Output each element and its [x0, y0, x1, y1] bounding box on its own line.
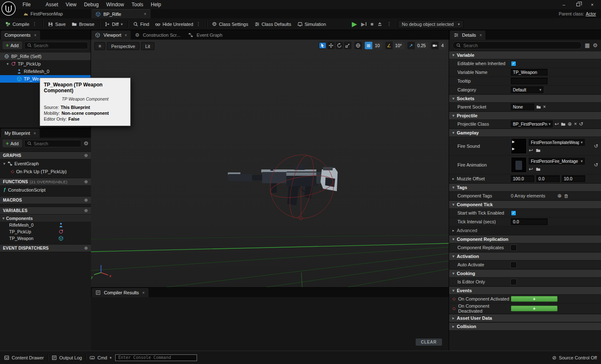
content-drawer-button[interactable]: Content Drawer: [4, 355, 44, 360]
add-function-icon[interactable]: ⊕: [84, 179, 88, 185]
scale-tool-button[interactable]: [344, 42, 351, 49]
tick-interval-input[interactable]: [511, 218, 548, 225]
add-component-button[interactable]: + Add: [3, 41, 22, 49]
use-selected-asset-icon[interactable]: ↩: [529, 166, 533, 172]
fire-sound-thumbnail[interactable]: ▶ ▶: [511, 138, 527, 154]
tooltip-input[interactable]: [511, 78, 548, 84]
fire-animation-thumbnail[interactable]: [511, 157, 527, 173]
editor-only-checkbox[interactable]: [511, 279, 516, 285]
move-tool-button[interactable]: [327, 42, 335, 49]
add-macro-icon[interactable]: ⊕: [84, 197, 88, 203]
compile-options-icon[interactable]: ⋮: [31, 21, 38, 27]
simulation-button[interactable]: Simulation: [295, 19, 329, 29]
world-space-toggle[interactable]: [354, 42, 362, 49]
replicates-checkbox[interactable]: [511, 245, 516, 250]
menu-asset[interactable]: Asset: [42, 1, 61, 8]
muzzle-offset-z-input[interactable]: [562, 175, 585, 182]
grid-snap-value[interactable]: 10: [372, 42, 382, 49]
menu-edit[interactable]: [35, 4, 41, 5]
hide-unrelated-options-icon[interactable]: ⋮: [195, 21, 202, 27]
parent-socket-value-box[interactable]: None: [511, 104, 534, 110]
variables-section-header[interactable]: VARIABLES ⊕: [0, 207, 91, 215]
component-row-self[interactable]: BP_Rifle (Self): [0, 53, 91, 60]
class-defaults-button[interactable]: Class Defaults: [252, 19, 294, 29]
collapse-caret-icon[interactable]: ▾: [3, 216, 5, 220]
tab-firstpersonmap[interactable]: FirstPersonMap: [19, 9, 67, 18]
tab-compiler-results[interactable]: Compiler Results ×: [92, 288, 149, 297]
tab-viewport[interactable]: Viewport ×: [91, 30, 131, 40]
expand-caret-icon[interactable]: ▸: [452, 177, 455, 181]
use-selected-asset-icon[interactable]: ↩: [555, 121, 559, 127]
tab-bp-rifle[interactable]: BP_Rifle ×: [91, 9, 151, 18]
source-control-button[interactable]: ⊘ Source Control Off: [552, 355, 597, 360]
component-row-tp-pickup[interactable]: ▾ TP_PickUp: [0, 60, 91, 68]
delete-array-icon[interactable]: [564, 194, 568, 198]
macros-section-header[interactable]: MACROS ⊕: [0, 196, 91, 204]
play-preview-icon[interactable]: ▶: [512, 140, 515, 144]
add-graph-icon[interactable]: ⊕: [84, 153, 88, 158]
scale-snap-value[interactable]: 0.25: [415, 42, 428, 49]
reset-to-default-icon[interactable]: ↺: [594, 143, 598, 149]
save-button[interactable]: Save: [45, 19, 68, 29]
close-panel-icon[interactable]: ×: [33, 131, 36, 136]
variable-row-riflemesh[interactable]: RifleMesh_0: [0, 222, 91, 228]
add-activated-event-button[interactable]: +: [511, 296, 558, 302]
play-options-icon[interactable]: ⋮: [386, 21, 392, 27]
clear-asset-icon[interactable]: ×: [574, 121, 577, 127]
viewport-menu-button[interactable]: ≡: [94, 42, 105, 50]
browse-asset-icon[interactable]: [561, 122, 566, 126]
play-preview-icon[interactable]: ▶: [512, 147, 515, 151]
tab-components[interactable]: Components ×: [1, 30, 40, 40]
scale-snap-toggle[interactable]: ↗: [407, 42, 415, 49]
lit-mode-selector[interactable]: Lit: [141, 42, 154, 50]
auto-activate-checkbox[interactable]: [511, 262, 516, 268]
viewport-3d[interactable]: ≡ Perspective Lit ⊞ 10 ∠ 10° ↗ 0.25: [91, 40, 449, 287]
play-button[interactable]: ▶: [352, 21, 357, 28]
select-tool-button[interactable]: [319, 42, 326, 49]
browse-button[interactable]: Browse: [69, 19, 97, 29]
category-dropdown[interactable]: Default ▾: [511, 86, 543, 93]
socket-clear-icon[interactable]: ×: [543, 104, 546, 110]
menu-tools[interactable]: Tools: [128, 1, 146, 8]
functions-section-header[interactable]: FUNCTIONS (21 OVERRIDABLE) ⊕: [0, 178, 91, 186]
grid-snap-toggle[interactable]: ⊞: [365, 42, 372, 49]
section-cooking[interactable]: ▾ Cooking: [449, 269, 601, 278]
restore-button[interactable]: [572, 1, 584, 8]
rotation-snap-toggle[interactable]: ∠: [385, 42, 393, 49]
unreal-engine-logo[interactable]: [1, 1, 16, 16]
parent-class-link[interactable]: Actor: [586, 11, 596, 16]
section-tags[interactable]: ▾ Tags: [449, 183, 601, 192]
settings-gear-icon[interactable]: ⚙: [83, 141, 88, 146]
section-activation[interactable]: ▾ Activation: [449, 252, 601, 260]
reset-to-default-icon[interactable]: ↺: [579, 121, 583, 127]
class-settings-button[interactable]: ⚙ Class Settings: [209, 19, 251, 29]
close-tab-icon[interactable]: ×: [125, 33, 127, 38]
tab-event-graph[interactable]: Event Graph: [184, 30, 226, 40]
graphs-section-header[interactable]: GRAPHS ⊕: [0, 152, 91, 159]
display-options-icon[interactable]: ▦: [585, 43, 590, 48]
camera-speed-toggle[interactable]: [431, 42, 439, 49]
close-panel-icon[interactable]: ×: [34, 33, 36, 38]
socket-browse-icon[interactable]: [536, 105, 541, 109]
minimize-button[interactable]: –: [558, 1, 570, 8]
menu-file[interactable]: File: [19, 1, 34, 8]
eject-button[interactable]: [378, 22, 382, 26]
menu-debug[interactable]: Debug: [81, 1, 102, 8]
menu-window[interactable]: Window: [103, 1, 128, 8]
collapse-caret-icon[interactable]: ▾: [3, 162, 5, 166]
console-command-input[interactable]: [118, 355, 194, 360]
browse-asset-icon[interactable]: [536, 167, 540, 172]
add-variable-icon[interactable]: ⊕: [84, 208, 88, 213]
output-log-button[interactable]: Output Log: [52, 355, 82, 360]
component-row-riflemesh[interactable]: RifleMesh_0: [0, 68, 91, 75]
muzzle-offset-y-input[interactable]: [536, 175, 560, 182]
my-blueprint-search-input[interactable]: [34, 141, 79, 146]
close-tab-icon[interactable]: ×: [144, 12, 146, 16]
variables-components-category[interactable]: ▾ Components: [0, 215, 91, 222]
fire-sound-dropdown[interactable]: FirstPersonTemplateWeapon ▾: [529, 139, 585, 146]
menu-view[interactable]: View: [62, 1, 80, 8]
on-pickup-row[interactable]: ◇ On Pick Up (TP_PickUp): [0, 167, 91, 175]
section-component-replication[interactable]: ▾ Component Replication: [449, 235, 601, 243]
details-search-input[interactable]: [463, 43, 578, 48]
add-deactivated-event-button[interactable]: +: [511, 306, 558, 311]
